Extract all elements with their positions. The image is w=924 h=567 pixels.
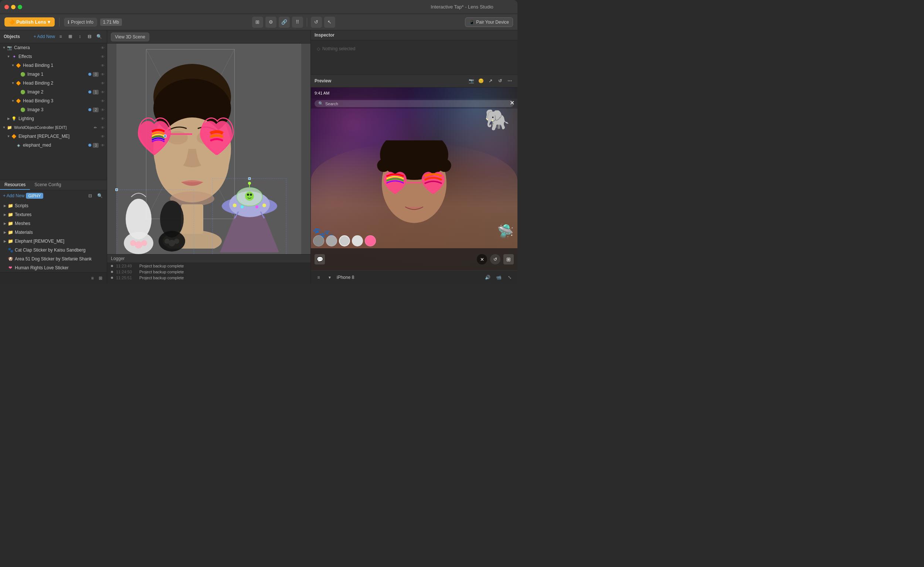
view-3d-scene-button[interactable]: View 3D Scene <box>111 33 149 41</box>
filter-dot-4[interactable] <box>352 235 363 246</box>
log-dot-3 <box>111 277 113 279</box>
tree-item-world-controller[interactable]: ▼ 📁 WorldObjectController [EDIT] ✏ 👁 <box>0 123 107 132</box>
camera-vis-icon[interactable]: 👁 <box>99 44 106 51</box>
add-new-object-button[interactable]: + Add New <box>34 34 55 39</box>
preview-rotate-btn[interactable]: ↺ <box>490 254 500 264</box>
preview-share-icon[interactable]: ↗ <box>487 77 494 85</box>
history-icon[interactable]: ↺ <box>311 16 322 28</box>
scripts-folder-icon: 📁 <box>8 203 13 209</box>
effects-vis-icon[interactable]: 👁 <box>99 53 106 60</box>
resources-list: ▶ 📁 Scripts ▶ 📁 Textures ▶ 📁 Meshes ▶ 📁 … <box>0 201 107 272</box>
giphy-badge[interactable]: GIPHY <box>26 193 43 199</box>
lighting-arrow: ▶ <box>6 116 11 121</box>
preview-camera-icon[interactable]: 📷 <box>467 77 475 85</box>
tree-item-head-binding-3[interactable]: ▼ 🔶 Head Binding 3 👁 <box>0 96 107 105</box>
world-vis-icon[interactable]: 👁 <box>99 124 106 131</box>
tree-item-elephant-med[interactable]: ◈ elephant_med 3 👁 <box>0 141 107 150</box>
img3-vis-icon[interactable]: 👁 <box>99 106 106 113</box>
svg-point-41 <box>438 159 451 172</box>
image-2-icon: 🟢 <box>20 89 26 95</box>
tree-item-image-2[interactable]: 🟢 Image 2 1 👁 <box>0 87 107 96</box>
tree-item-image-3[interactable]: 🟢 Image 3 2 👁 <box>0 105 107 114</box>
tree-item-head-binding-2[interactable]: ▼ 🔶 Head Binding 2 👁 <box>0 79 107 87</box>
preview-close-icon[interactable]: ✕ <box>510 99 514 106</box>
settings-icon[interactable]: ⚙ <box>265 16 276 28</box>
device-volume-icon[interactable]: 🔊 <box>484 273 491 282</box>
project-info-button[interactable]: ℹ Project Info <box>64 18 97 27</box>
hb2-vis-icon[interactable]: 👁 <box>99 80 106 86</box>
tree-item-image-1[interactable]: 🟢 Image 1 0 👁 <box>0 70 107 79</box>
resource-textures[interactable]: ▶ 📁 Textures <box>0 210 107 219</box>
filter-dot-5-pink[interactable] <box>365 235 376 246</box>
sort-icon[interactable]: ↕ <box>76 33 84 40</box>
maximize-button[interactable] <box>18 5 22 9</box>
resource-area51[interactable]: 🐶 Area 51 Dog Sticker by Stefanie Shank <box>0 255 107 263</box>
elephant-replace-icon: 🔶 <box>11 134 17 139</box>
resource-scripts[interactable]: ▶ 📁 Scripts <box>0 201 107 210</box>
nothing-selected-icon: ◇ <box>317 46 320 51</box>
preview-search-bar[interactable]: 🔍 Search <box>314 100 514 107</box>
device-expand-icon[interactable]: ⤡ <box>506 273 514 282</box>
device-dropdown-arrow[interactable]: ▾ <box>326 273 334 282</box>
preview-grid-btn[interactable]: ⊞ <box>503 254 514 264</box>
ufo-handle-top[interactable] <box>248 177 251 180</box>
img2-vis-icon[interactable]: 👁 <box>99 88 106 95</box>
hierarchy-icon[interactable]: ⊞ <box>66 33 74 40</box>
list-view-icon[interactable]: ≡ <box>57 33 65 40</box>
tab-scene-config[interactable]: Scene Config <box>30 180 65 190</box>
tree-item-elephant-replace[interactable]: ▼ 🔶 Elephant [REPLACE_ME] 👁 <box>0 132 107 141</box>
hb1-arrow: ▼ <box>11 63 15 68</box>
preview-emoji-icon[interactable]: 😊 <box>477 77 485 85</box>
tree-item-lighting[interactable]: ▶ 💡 Lighting 👁 <box>0 114 107 123</box>
meshes-arrow: ▶ <box>2 221 8 226</box>
elephant-replace-vis-icon[interactable]: 👁 <box>99 133 106 140</box>
hb1-vis-icon[interactable]: 👁 <box>99 62 106 69</box>
filter-dot-1[interactable] <box>313 235 324 246</box>
grid-bottom-icon[interactable]: ⊞ <box>96 274 105 282</box>
device-video-icon[interactable]: 📹 <box>494 273 503 282</box>
resource-human-rights[interactable]: ❤ Human Rights Love Sticker <box>0 263 107 272</box>
list-bottom-icon[interactable]: ≡ <box>88 274 96 282</box>
pair-device-button[interactable]: 📱 Pair Your Device <box>465 17 513 27</box>
tree-item-head-binding-1[interactable]: ▼ 🔶 Head Binding 1 👁 <box>0 61 107 70</box>
filter-dot-3-active[interactable] <box>339 235 350 246</box>
device-list-icon[interactable]: ≡ <box>314 273 323 282</box>
resource-cat-clap[interactable]: 🐾 Cat Clap Sticker by Kaisu Sandberg <box>0 246 107 255</box>
add-new-resource-button[interactable]: + Add New <box>3 193 24 198</box>
link-icon[interactable]: 🔗 <box>279 16 290 28</box>
world-edit-icon[interactable]: ✏ <box>91 123 99 132</box>
tree-item-camera[interactable]: ▼ 📷 Camera 👁 <box>0 43 107 52</box>
filter-resources-icon[interactable]: ⊟ <box>86 192 94 200</box>
frames-icon[interactable]: ⊞ <box>252 16 263 28</box>
preview-chat-icon[interactable]: 💬 <box>314 254 325 264</box>
minimize-button[interactable] <box>11 5 15 9</box>
viewport-canvas[interactable] <box>107 44 311 254</box>
lighting-vis-icon[interactable]: 👁 <box>99 115 106 122</box>
search-resources-icon[interactable]: 🔍 <box>96 192 104 200</box>
resource-materials[interactable]: ▶ 📁 Materials <box>0 228 107 237</box>
tab-resources[interactable]: Resources <box>0 180 30 190</box>
resource-elephant-remove[interactable]: ▶ 📁 Elephant [REMOVE_ME] <box>0 237 107 246</box>
publish-lens-button[interactable]: 🔶 Publish Lens ▾ <box>5 17 55 27</box>
preview-more-icon[interactable]: ⋯ <box>506 77 514 85</box>
cursor-icon[interactable]: ↖ <box>324 16 335 28</box>
hb3-vis-icon[interactable]: 👁 <box>99 98 106 104</box>
preview-bottom-controls: 💬 ✕ ↺ ⊞ <box>311 248 517 270</box>
preview-title: Preview <box>314 78 331 84</box>
grid-icon[interactable]: ⠿ <box>292 16 303 28</box>
phone-preview: 9:41 AM 🔍 Search ✕ 🐘 <box>311 87 517 270</box>
tree-item-effects[interactable]: ▼ ✦ Effects 👁 <box>0 52 107 61</box>
filter-icon[interactable]: ⊟ <box>86 33 93 40</box>
search-objects-icon[interactable]: 🔍 <box>95 33 103 40</box>
elephant-med-vis-icon[interactable]: 👁 <box>99 142 106 148</box>
image-1-dot <box>88 73 91 76</box>
preview-x-btn[interactable]: ✕ <box>477 254 487 264</box>
lighting-label: Lighting <box>18 116 99 121</box>
selection-handle-tl[interactable] <box>115 188 118 191</box>
center-toolbar-icons: ⊞ ⚙ 🔗 ⠿ ↺ ↖ <box>252 16 335 28</box>
preview-refresh-icon[interactable]: ↺ <box>496 77 504 85</box>
filter-dot-2[interactable] <box>326 235 337 246</box>
close-button[interactable] <box>5 5 9 9</box>
resource-meshes[interactable]: ▶ 📁 Meshes <box>0 219 107 228</box>
img1-vis-icon[interactable]: 👁 <box>99 71 106 78</box>
